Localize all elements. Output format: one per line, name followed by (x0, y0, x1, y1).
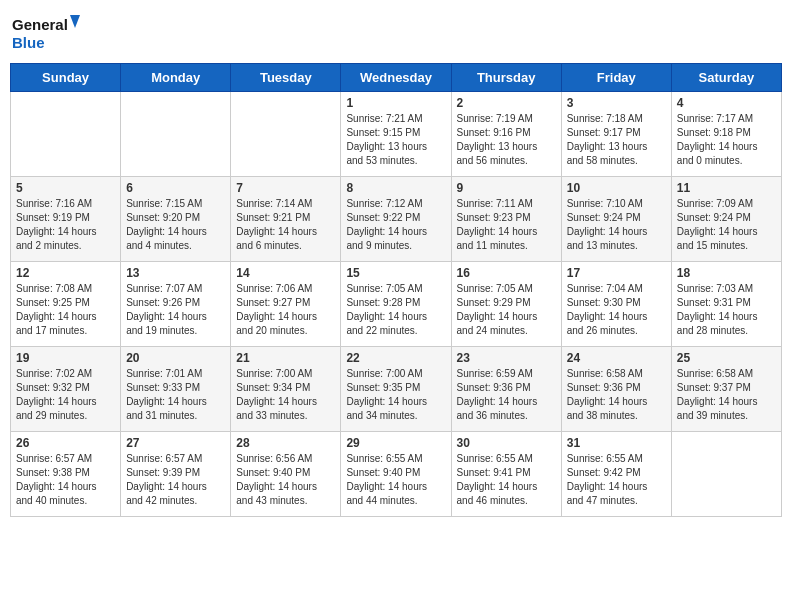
day-number: 1 (346, 96, 445, 110)
cell-info: Sunrise: 7:01 AM Sunset: 9:33 PM Dayligh… (126, 367, 225, 423)
logo: General Blue (10, 10, 80, 55)
week-row-2: 5Sunrise: 7:16 AM Sunset: 9:19 PM Daylig… (11, 177, 782, 262)
day-number: 24 (567, 351, 666, 365)
calendar-cell: 8Sunrise: 7:12 AM Sunset: 9:22 PM Daylig… (341, 177, 451, 262)
day-number: 30 (457, 436, 556, 450)
calendar-cell: 3Sunrise: 7:18 AM Sunset: 9:17 PM Daylig… (561, 92, 671, 177)
day-number: 19 (16, 351, 115, 365)
calendar-cell: 18Sunrise: 7:03 AM Sunset: 9:31 PM Dayli… (671, 262, 781, 347)
day-header-tuesday: Tuesday (231, 64, 341, 92)
cell-info: Sunrise: 7:06 AM Sunset: 9:27 PM Dayligh… (236, 282, 335, 338)
cell-info: Sunrise: 6:55 AM Sunset: 9:42 PM Dayligh… (567, 452, 666, 508)
calendar-cell: 10Sunrise: 7:10 AM Sunset: 9:24 PM Dayli… (561, 177, 671, 262)
calendar-table: SundayMondayTuesdayWednesdayThursdayFrid… (10, 63, 782, 517)
day-header-wednesday: Wednesday (341, 64, 451, 92)
cell-info: Sunrise: 7:00 AM Sunset: 9:35 PM Dayligh… (346, 367, 445, 423)
cell-info: Sunrise: 7:09 AM Sunset: 9:24 PM Dayligh… (677, 197, 776, 253)
day-number: 7 (236, 181, 335, 195)
calendar-cell: 17Sunrise: 7:04 AM Sunset: 9:30 PM Dayli… (561, 262, 671, 347)
cell-info: Sunrise: 6:58 AM Sunset: 9:37 PM Dayligh… (677, 367, 776, 423)
calendar-cell: 19Sunrise: 7:02 AM Sunset: 9:32 PM Dayli… (11, 347, 121, 432)
cell-info: Sunrise: 6:57 AM Sunset: 9:38 PM Dayligh… (16, 452, 115, 508)
calendar-cell: 4Sunrise: 7:17 AM Sunset: 9:18 PM Daylig… (671, 92, 781, 177)
day-number: 29 (346, 436, 445, 450)
cell-info: Sunrise: 7:15 AM Sunset: 9:20 PM Dayligh… (126, 197, 225, 253)
cell-info: Sunrise: 6:57 AM Sunset: 9:39 PM Dayligh… (126, 452, 225, 508)
calendar-cell: 27Sunrise: 6:57 AM Sunset: 9:39 PM Dayli… (121, 432, 231, 517)
day-number: 18 (677, 266, 776, 280)
logo-svg: General Blue (10, 10, 80, 55)
cell-info: Sunrise: 7:02 AM Sunset: 9:32 PM Dayligh… (16, 367, 115, 423)
cell-info: Sunrise: 6:55 AM Sunset: 9:40 PM Dayligh… (346, 452, 445, 508)
calendar-cell: 5Sunrise: 7:16 AM Sunset: 9:19 PM Daylig… (11, 177, 121, 262)
cell-info: Sunrise: 7:11 AM Sunset: 9:23 PM Dayligh… (457, 197, 556, 253)
svg-text:Blue: Blue (12, 34, 45, 51)
cell-info: Sunrise: 7:07 AM Sunset: 9:26 PM Dayligh… (126, 282, 225, 338)
week-row-1: 1Sunrise: 7:21 AM Sunset: 9:15 PM Daylig… (11, 92, 782, 177)
day-header-sunday: Sunday (11, 64, 121, 92)
day-header-monday: Monday (121, 64, 231, 92)
week-row-5: 26Sunrise: 6:57 AM Sunset: 9:38 PM Dayli… (11, 432, 782, 517)
cell-info: Sunrise: 7:18 AM Sunset: 9:17 PM Dayligh… (567, 112, 666, 168)
calendar-cell: 24Sunrise: 6:58 AM Sunset: 9:36 PM Dayli… (561, 347, 671, 432)
day-number: 15 (346, 266, 445, 280)
day-number: 28 (236, 436, 335, 450)
calendar-cell: 13Sunrise: 7:07 AM Sunset: 9:26 PM Dayli… (121, 262, 231, 347)
calendar-cell (671, 432, 781, 517)
day-number: 4 (677, 96, 776, 110)
day-number: 16 (457, 266, 556, 280)
calendar-cell: 21Sunrise: 7:00 AM Sunset: 9:34 PM Dayli… (231, 347, 341, 432)
calendar-cell: 14Sunrise: 7:06 AM Sunset: 9:27 PM Dayli… (231, 262, 341, 347)
cell-info: Sunrise: 6:59 AM Sunset: 9:36 PM Dayligh… (457, 367, 556, 423)
day-number: 14 (236, 266, 335, 280)
day-number: 3 (567, 96, 666, 110)
cell-info: Sunrise: 7:21 AM Sunset: 9:15 PM Dayligh… (346, 112, 445, 168)
cell-info: Sunrise: 7:04 AM Sunset: 9:30 PM Dayligh… (567, 282, 666, 338)
day-number: 17 (567, 266, 666, 280)
cell-info: Sunrise: 7:16 AM Sunset: 9:19 PM Dayligh… (16, 197, 115, 253)
day-number: 22 (346, 351, 445, 365)
calendar-cell: 15Sunrise: 7:05 AM Sunset: 9:28 PM Dayli… (341, 262, 451, 347)
cell-info: Sunrise: 7:05 AM Sunset: 9:28 PM Dayligh… (346, 282, 445, 338)
cell-info: Sunrise: 7:17 AM Sunset: 9:18 PM Dayligh… (677, 112, 776, 168)
calendar-cell: 23Sunrise: 6:59 AM Sunset: 9:36 PM Dayli… (451, 347, 561, 432)
cell-info: Sunrise: 7:12 AM Sunset: 9:22 PM Dayligh… (346, 197, 445, 253)
cell-info: Sunrise: 7:05 AM Sunset: 9:29 PM Dayligh… (457, 282, 556, 338)
day-number: 6 (126, 181, 225, 195)
day-number: 12 (16, 266, 115, 280)
day-header-thursday: Thursday (451, 64, 561, 92)
calendar-cell: 28Sunrise: 6:56 AM Sunset: 9:40 PM Dayli… (231, 432, 341, 517)
day-number: 5 (16, 181, 115, 195)
cell-info: Sunrise: 7:03 AM Sunset: 9:31 PM Dayligh… (677, 282, 776, 338)
calendar-cell: 31Sunrise: 6:55 AM Sunset: 9:42 PM Dayli… (561, 432, 671, 517)
day-number: 31 (567, 436, 666, 450)
cell-info: Sunrise: 7:10 AM Sunset: 9:24 PM Dayligh… (567, 197, 666, 253)
day-number: 8 (346, 181, 445, 195)
day-number: 25 (677, 351, 776, 365)
cell-info: Sunrise: 6:58 AM Sunset: 9:36 PM Dayligh… (567, 367, 666, 423)
svg-text:General: General (12, 16, 68, 33)
header: General Blue (10, 10, 782, 55)
day-number: 21 (236, 351, 335, 365)
day-number: 9 (457, 181, 556, 195)
day-number: 11 (677, 181, 776, 195)
day-number: 2 (457, 96, 556, 110)
calendar-cell: 11Sunrise: 7:09 AM Sunset: 9:24 PM Dayli… (671, 177, 781, 262)
cell-info: Sunrise: 7:00 AM Sunset: 9:34 PM Dayligh… (236, 367, 335, 423)
calendar-cell: 1Sunrise: 7:21 AM Sunset: 9:15 PM Daylig… (341, 92, 451, 177)
calendar-cell (121, 92, 231, 177)
calendar-cell: 7Sunrise: 7:14 AM Sunset: 9:21 PM Daylig… (231, 177, 341, 262)
calendar-cell: 6Sunrise: 7:15 AM Sunset: 9:20 PM Daylig… (121, 177, 231, 262)
calendar-cell: 9Sunrise: 7:11 AM Sunset: 9:23 PM Daylig… (451, 177, 561, 262)
svg-marker-2 (70, 15, 80, 28)
day-number: 26 (16, 436, 115, 450)
cell-info: Sunrise: 6:55 AM Sunset: 9:41 PM Dayligh… (457, 452, 556, 508)
day-header-friday: Friday (561, 64, 671, 92)
week-row-3: 12Sunrise: 7:08 AM Sunset: 9:25 PM Dayli… (11, 262, 782, 347)
day-number: 20 (126, 351, 225, 365)
calendar-cell: 29Sunrise: 6:55 AM Sunset: 9:40 PM Dayli… (341, 432, 451, 517)
calendar-cell (231, 92, 341, 177)
calendar-cell: 22Sunrise: 7:00 AM Sunset: 9:35 PM Dayli… (341, 347, 451, 432)
cell-info: Sunrise: 7:08 AM Sunset: 9:25 PM Dayligh… (16, 282, 115, 338)
cell-info: Sunrise: 6:56 AM Sunset: 9:40 PM Dayligh… (236, 452, 335, 508)
